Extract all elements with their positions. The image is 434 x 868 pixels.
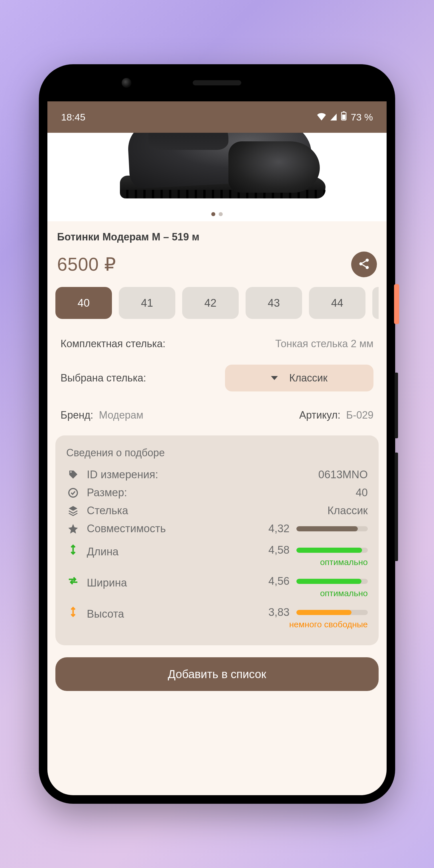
fit-width-label: Ширина	[87, 575, 251, 589]
product-image	[108, 133, 326, 201]
power-button	[395, 373, 398, 438]
product-price: 6500 ₽	[57, 254, 116, 275]
page-dot-1[interactable]	[211, 212, 215, 216]
fit-width-note: оптимально	[320, 588, 368, 598]
article-label: Артикул:	[299, 409, 340, 421]
included-insole-value: Тонкая стелька 2 мм	[275, 338, 373, 350]
status-bar: 18:45 73 %	[48, 101, 386, 133]
side-accent-button	[394, 284, 399, 324]
fit-details-card: Сведения о подборе ID измерения: 0613MNO…	[55, 435, 379, 645]
insole-dropdown-value: Классик	[289, 372, 328, 384]
arrows-horizontal-icon	[66, 575, 80, 586]
page-dot-2[interactable]	[219, 212, 223, 216]
tag-icon	[66, 469, 80, 480]
arrows-height-icon	[66, 606, 80, 618]
fit-compat-value: 4,32	[258, 523, 289, 535]
brand-field: Бренд: Модерам	[61, 409, 143, 421]
fit-height-value: 3,83	[258, 606, 289, 618]
size-option-40[interactable]: 40	[55, 287, 112, 319]
product-title: Ботинки Модерам М – 519 м	[55, 221, 379, 252]
svg-rect-1	[343, 111, 344, 112]
wifi-icon	[317, 112, 327, 123]
fit-size-label: Размер:	[87, 487, 349, 499]
fit-width-value: 4,56	[258, 575, 289, 587]
fit-width-bar	[297, 579, 368, 584]
arrows-vertical-icon	[66, 544, 80, 555]
front-camera	[122, 78, 131, 88]
svg-point-5	[366, 266, 369, 269]
size-selector: 40 41 42 43 44	[55, 287, 379, 330]
signal-icon	[330, 114, 337, 121]
fit-card-title: Сведения о подборе	[66, 447, 368, 459]
phone-frame: 18:45 73 %	[39, 64, 395, 804]
fit-compat-bar	[297, 526, 368, 531]
insole-dropdown[interactable]: Классик	[225, 365, 373, 392]
included-insole-label: Комплектная стелька:	[61, 338, 165, 350]
article-field: Артикул: Б-029	[299, 409, 373, 421]
svg-point-3	[366, 259, 369, 262]
battery-icon	[341, 111, 347, 123]
svg-point-4	[360, 262, 363, 266]
fit-insole-value: Классик	[328, 504, 368, 517]
fit-height-label: Высота	[87, 606, 251, 620]
fit-length-note: оптимально	[320, 557, 368, 567]
star-icon	[66, 523, 80, 534]
layers-icon	[66, 505, 80, 517]
chevron-down-icon	[271, 376, 278, 380]
status-right: 73 %	[317, 111, 373, 123]
fit-id-value: 0613MNO	[318, 469, 368, 481]
status-time: 18:45	[61, 112, 85, 123]
earpiece-speaker	[193, 80, 241, 85]
fit-length-bar	[297, 548, 368, 553]
screen: 18:45 73 %	[48, 101, 386, 795]
article-value: Б-029	[346, 409, 373, 421]
check-circle-icon	[66, 487, 80, 499]
brand-value: Модерам	[99, 409, 143, 421]
fit-insole-label: Стелька	[87, 504, 321, 517]
selected-insole-label: Выбрана стелька:	[61, 372, 146, 384]
phone-bezel	[39, 64, 395, 101]
fit-id-label: ID измерения:	[87, 469, 311, 481]
svg-rect-2	[342, 115, 345, 119]
product-image-area[interactable]	[48, 133, 386, 221]
size-option-more[interactable]	[372, 287, 379, 319]
status-battery-text: 73 %	[351, 112, 373, 123]
share-icon	[358, 257, 370, 271]
image-pagination	[211, 212, 223, 216]
add-to-list-button[interactable]: Добавить в список	[55, 657, 379, 691]
size-option-44[interactable]: 44	[309, 287, 366, 319]
volume-button	[395, 453, 398, 561]
fit-size-value: 40	[356, 487, 368, 499]
fit-height-bar	[297, 610, 368, 615]
size-option-41[interactable]: 41	[119, 287, 175, 319]
size-option-43[interactable]: 43	[246, 287, 302, 319]
fit-length-label: Длина	[87, 544, 251, 558]
fit-height-note: немного свободные	[289, 620, 368, 629]
share-button[interactable]	[351, 252, 377, 277]
brand-label: Бренд:	[61, 409, 93, 421]
fit-compat-label: Совместимость	[87, 523, 251, 535]
size-option-42[interactable]: 42	[182, 287, 239, 319]
fit-length-value: 4,58	[258, 544, 289, 556]
